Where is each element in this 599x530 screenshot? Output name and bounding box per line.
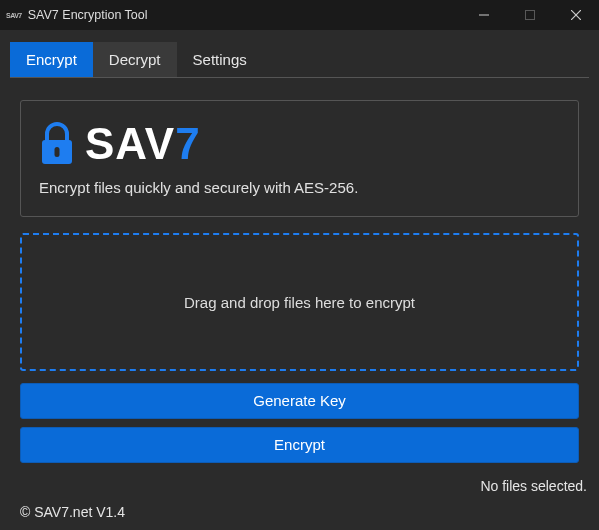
content-area: Encrypt Decrypt Settings SAV7 Encrypt fi…: [0, 42, 599, 463]
encrypt-button[interactable]: Encrypt: [20, 427, 579, 463]
window-title: SAV7 Encryption Tool: [28, 8, 148, 22]
close-icon: [571, 10, 581, 20]
window-controls: [461, 0, 599, 30]
close-button[interactable]: [553, 0, 599, 30]
app-logo-text: SAV7: [85, 119, 201, 169]
tab-decrypt[interactable]: Decrypt: [93, 42, 177, 77]
dropzone-label: Drag and drop files here to encrypt: [184, 294, 415, 311]
file-dropzone[interactable]: Drag and drop files here to encrypt: [20, 233, 579, 371]
svg-rect-5: [55, 147, 60, 157]
minimize-icon: [479, 10, 489, 20]
hero-panel: SAV7 Encrypt files quickly and securely …: [20, 100, 579, 217]
lock-icon: [39, 122, 75, 166]
footer-text: © SAV7.net V1.4: [20, 504, 125, 520]
maximize-icon: [525, 10, 535, 20]
tab-settings[interactable]: Settings: [177, 42, 263, 77]
titlebar: SAV7 SAV7 Encryption Tool: [0, 0, 599, 30]
logo-prefix: SAV: [85, 119, 175, 168]
generate-key-button[interactable]: Generate Key: [20, 383, 579, 419]
status-text: No files selected.: [480, 478, 587, 494]
minimize-button[interactable]: [461, 0, 507, 30]
maximize-button: [507, 0, 553, 30]
tab-bar: Encrypt Decrypt Settings: [10, 42, 589, 78]
logo-suffix: 7: [175, 119, 200, 168]
logo-row: SAV7: [39, 119, 560, 169]
tab-encrypt[interactable]: Encrypt: [10, 42, 93, 77]
app-small-logo: SAV7: [6, 12, 22, 19]
hero-subtitle: Encrypt files quickly and securely with …: [39, 179, 560, 196]
svg-rect-1: [526, 11, 535, 20]
